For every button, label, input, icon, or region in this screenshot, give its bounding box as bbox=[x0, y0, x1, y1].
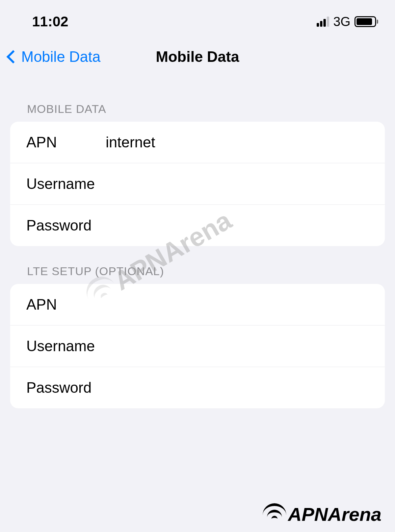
apn-input[interactable] bbox=[106, 134, 369, 151]
back-button[interactable]: Mobile Data bbox=[8, 48, 101, 65]
section-header-lte-setup: LTE SETUP (OPTIONAL) bbox=[0, 246, 395, 284]
username-label: Username bbox=[26, 175, 106, 192]
lte-username-label: Username bbox=[26, 338, 106, 355]
apn-label: APN bbox=[26, 134, 106, 151]
status-bar: 11:02 3G bbox=[0, 0, 395, 37]
status-right: 3G bbox=[317, 15, 378, 29]
username-input[interactable] bbox=[106, 175, 369, 192]
row-lte-apn[interactable]: APN bbox=[10, 284, 385, 325]
navigation-bar: Mobile Data Mobile Data bbox=[0, 37, 395, 84]
lte-password-input[interactable] bbox=[106, 379, 369, 396]
back-button-label: Mobile Data bbox=[21, 48, 101, 65]
lte-apn-input[interactable] bbox=[106, 296, 369, 313]
network-type: 3G bbox=[333, 15, 350, 29]
section-lte-setup: APN Username Password bbox=[10, 284, 385, 408]
row-lte-password[interactable]: Password bbox=[10, 367, 385, 408]
row-password[interactable]: Password bbox=[10, 205, 385, 246]
row-username[interactable]: Username bbox=[10, 163, 385, 205]
row-lte-username[interactable]: Username bbox=[10, 325, 385, 367]
lte-apn-label: APN bbox=[26, 296, 106, 313]
section-mobile-data: APN Username Password bbox=[10, 122, 385, 246]
section-header-mobile-data: MOBILE DATA bbox=[0, 84, 395, 122]
watermark-bottom: APNArena bbox=[263, 503, 381, 525]
lte-password-label: Password bbox=[26, 379, 106, 396]
wifi-icon bbox=[263, 505, 286, 524]
row-apn[interactable]: APN bbox=[10, 122, 385, 163]
battery-icon bbox=[354, 16, 378, 27]
chevron-left-icon bbox=[6, 50, 20, 64]
password-input[interactable] bbox=[106, 217, 369, 234]
status-time: 11:02 bbox=[32, 14, 68, 30]
page-title: Mobile Data bbox=[156, 48, 239, 65]
password-label: Password bbox=[26, 217, 106, 234]
lte-username-input[interactable] bbox=[106, 338, 369, 355]
signal-strength-icon bbox=[317, 17, 329, 27]
